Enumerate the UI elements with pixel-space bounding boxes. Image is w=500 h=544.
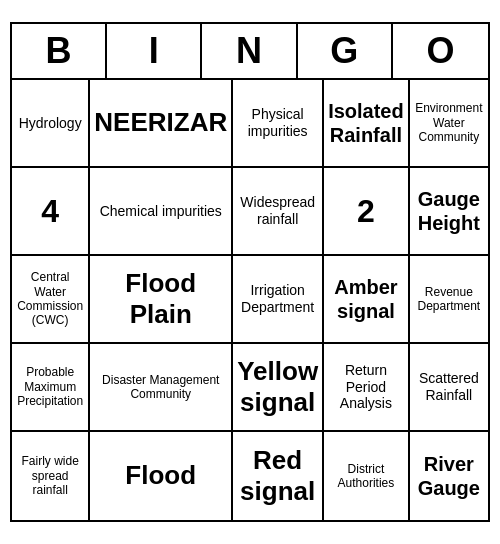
bingo-cell-9: Gauge Height xyxy=(410,168,488,256)
bingo-header: BINGO xyxy=(12,24,488,80)
bingo-cell-23: District Authorities xyxy=(324,432,410,520)
bingo-cell-18: Return Period Analysis xyxy=(324,344,410,432)
cell-text-9: Gauge Height xyxy=(414,187,484,235)
cell-text-17: Yellow signal xyxy=(237,356,318,418)
bingo-cell-24: River Gauge xyxy=(410,432,488,520)
bingo-cell-19: Scattered Rainfall xyxy=(410,344,488,432)
cell-text-8: 2 xyxy=(357,192,375,230)
cell-text-5: 4 xyxy=(41,192,59,230)
bingo-cell-20: Fairly wide spread rainfall xyxy=(12,432,90,520)
header-letter-G: G xyxy=(298,24,393,78)
bingo-grid: HydrologyNEERIZARPhysical impuritiesIsol… xyxy=(12,80,488,520)
header-letter-I: I xyxy=(107,24,202,78)
bingo-cell-3: Isolated Rainfall xyxy=(324,80,410,168)
bingo-cell-11: Flood Plain xyxy=(90,256,233,344)
cell-text-15: Probable Maximum Precipitation xyxy=(16,365,84,408)
bingo-cell-15: Probable Maximum Precipitation xyxy=(12,344,90,432)
bingo-cell-8: 2 xyxy=(324,168,410,256)
cell-text-24: River Gauge xyxy=(414,452,484,500)
cell-text-2: Physical impurities xyxy=(237,106,318,140)
cell-text-19: Scattered Rainfall xyxy=(414,370,484,404)
cell-text-11: Flood Plain xyxy=(94,268,227,330)
cell-text-20: Fairly wide spread rainfall xyxy=(16,454,84,497)
cell-text-14: Revenue Department xyxy=(414,285,484,314)
cell-text-10: Central Water Commission (CWC) xyxy=(16,270,84,328)
cell-text-4: Environment Water Community xyxy=(414,101,484,144)
bingo-cell-13: Amber signal xyxy=(324,256,410,344)
cell-text-0: Hydrology xyxy=(19,115,82,132)
bingo-cell-5: 4 xyxy=(12,168,90,256)
bingo-cell-12: Irrigation Department xyxy=(233,256,324,344)
cell-text-21: Flood xyxy=(125,460,196,491)
cell-text-7: Widespread rainfall xyxy=(237,194,318,228)
header-letter-N: N xyxy=(202,24,297,78)
cell-text-22: Red signal xyxy=(237,445,318,507)
cell-text-13: Amber signal xyxy=(328,275,404,323)
bingo-card: BINGO HydrologyNEERIZARPhysical impuriti… xyxy=(10,22,490,522)
bingo-cell-17: Yellow signal xyxy=(233,344,324,432)
bingo-cell-1: NEERIZAR xyxy=(90,80,233,168)
cell-text-3: Isolated Rainfall xyxy=(328,99,404,147)
cell-text-6: Chemical impurities xyxy=(100,203,222,220)
bingo-cell-0: Hydrology xyxy=(12,80,90,168)
cell-text-16: Disaster Management Community xyxy=(94,373,227,402)
cell-text-18: Return Period Analysis xyxy=(328,362,404,412)
cell-text-1: NEERIZAR xyxy=(94,107,227,138)
bingo-cell-6: Chemical impurities xyxy=(90,168,233,256)
bingo-cell-7: Widespread rainfall xyxy=(233,168,324,256)
bingo-cell-21: Flood xyxy=(90,432,233,520)
header-letter-B: B xyxy=(12,24,107,78)
cell-text-12: Irrigation Department xyxy=(237,282,318,316)
bingo-cell-22: Red signal xyxy=(233,432,324,520)
header-letter-O: O xyxy=(393,24,488,78)
cell-text-23: District Authorities xyxy=(328,462,404,491)
bingo-cell-2: Physical impurities xyxy=(233,80,324,168)
bingo-cell-16: Disaster Management Community xyxy=(90,344,233,432)
bingo-cell-4: Environment Water Community xyxy=(410,80,488,168)
bingo-cell-14: Revenue Department xyxy=(410,256,488,344)
bingo-cell-10: Central Water Commission (CWC) xyxy=(12,256,90,344)
